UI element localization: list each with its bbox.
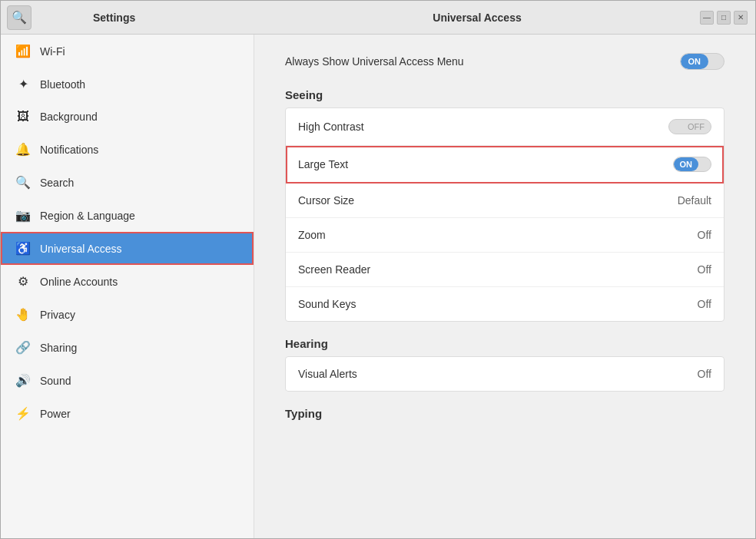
sidebar-item-label: Online Accounts bbox=[40, 276, 118, 288]
online-accounts-icon: ⚙ bbox=[15, 274, 31, 289]
window-title: Universal Access bbox=[433, 12, 521, 24]
sidebar-item-label: Search bbox=[40, 177, 74, 189]
toggle-on-label: ON bbox=[681, 54, 709, 69]
toggle-off-part bbox=[698, 162, 711, 167]
sidebar-item-label: Sound bbox=[40, 375, 71, 387]
zoom-label: Zoom bbox=[298, 229, 326, 241]
maximize-button[interactable]: □ bbox=[717, 11, 731, 25]
screen-reader-value: Off bbox=[698, 263, 711, 276]
main-panel: Always Show Universal Access Menu ON See… bbox=[254, 35, 755, 538]
power-icon: ⚡ bbox=[15, 406, 31, 421]
sidebar-item-label: Wi-Fi bbox=[40, 45, 65, 58]
sidebar-item-sharing[interactable]: 🔗 Sharing bbox=[1, 331, 254, 364]
sidebar-item-label: Notifications bbox=[40, 144, 98, 156]
content-area: 📶 Wi-Fi ✦ Bluetooth 🖼 Background 🔔 Notif… bbox=[1, 35, 755, 538]
high-contrast-toggle[interactable]: OFF bbox=[668, 119, 711, 134]
sound-keys-row[interactable]: Sound Keys Off bbox=[286, 287, 724, 321]
sidebar-item-label: Power bbox=[40, 408, 71, 420]
screen-reader-row[interactable]: Screen Reader Off bbox=[286, 253, 724, 287]
zoom-value: Off bbox=[698, 229, 711, 241]
sidebar: 📶 Wi-Fi ✦ Bluetooth 🖼 Background 🔔 Notif… bbox=[1, 35, 254, 538]
sidebar-item-label: Sharing bbox=[40, 342, 77, 354]
large-text-toggle[interactable]: ON bbox=[673, 157, 712, 172]
sound-keys-label: Sound Keys bbox=[298, 298, 356, 310]
titlebar-left: 🔍 Settings bbox=[1, 5, 254, 30]
sidebar-item-label: Bluetooth bbox=[40, 78, 85, 91]
sidebar-item-sound[interactable]: 🔊 Sound bbox=[1, 364, 254, 397]
sidebar-item-background[interactable]: 🖼 Background bbox=[1, 101, 254, 133]
search-icon: 🔍 bbox=[15, 175, 31, 190]
close-button[interactable]: ✕ bbox=[734, 11, 748, 25]
sound-icon: 🔊 bbox=[15, 373, 31, 388]
titlebar-center: Universal Access bbox=[254, 12, 700, 24]
sidebar-item-privacy[interactable]: 🤚 Privacy bbox=[1, 298, 254, 331]
high-contrast-label: High Contrast bbox=[298, 121, 364, 133]
always-show-toggle[interactable]: ON bbox=[680, 53, 725, 70]
toggle-off-part: OFF bbox=[681, 120, 711, 134]
always-show-label: Always Show Universal Access Menu bbox=[285, 55, 464, 68]
sidebar-item-label: Region & Language bbox=[40, 210, 135, 222]
settings-window: 🔍 Settings Universal Access — □ ✕ 📶 Wi-F… bbox=[0, 0, 756, 539]
cursor-size-label: Cursor Size bbox=[298, 194, 354, 207]
settings-label: Settings bbox=[93, 12, 135, 24]
sidebar-item-region-language[interactable]: 📷 Region & Language bbox=[1, 199, 254, 232]
toggle-on-part: ON bbox=[674, 157, 699, 171]
titlebar: 🔍 Settings Universal Access — □ ✕ bbox=[1, 1, 755, 35]
sidebar-item-search[interactable]: 🔍 Search bbox=[1, 166, 254, 199]
sidebar-item-bluetooth[interactable]: ✦ Bluetooth bbox=[1, 68, 254, 101]
cursor-size-row[interactable]: Cursor Size Default bbox=[286, 184, 724, 218]
sharing-icon: 🔗 bbox=[15, 340, 31, 355]
hearing-group: Visual Alerts Off bbox=[285, 356, 724, 392]
search-button[interactable]: 🔍 bbox=[7, 5, 32, 30]
privacy-icon: 🤚 bbox=[15, 307, 31, 322]
sidebar-item-universal-access[interactable]: ♿ Universal Access bbox=[1, 232, 254, 265]
screen-reader-label: Screen Reader bbox=[298, 263, 370, 276]
background-icon: 🖼 bbox=[15, 110, 31, 124]
sidebar-item-online-accounts[interactable]: ⚙ Online Accounts bbox=[1, 265, 254, 298]
minimize-button[interactable]: — bbox=[700, 11, 714, 25]
visual-alerts-row[interactable]: Visual Alerts Off bbox=[286, 357, 724, 391]
sidebar-item-power[interactable]: ⚡ Power bbox=[1, 397, 254, 430]
typing-section-label: Typing bbox=[285, 407, 724, 420]
sidebar-item-label: Background bbox=[40, 111, 98, 123]
bluetooth-icon: ✦ bbox=[15, 77, 31, 91]
cursor-size-value: Default bbox=[678, 194, 711, 207]
region-icon: 📷 bbox=[15, 208, 31, 223]
sidebar-item-label: Universal Access bbox=[40, 243, 122, 255]
sidebar-item-notifications[interactable]: 🔔 Notifications bbox=[1, 133, 254, 166]
universal-access-icon: ♿ bbox=[15, 241, 31, 256]
high-contrast-row[interactable]: High Contrast OFF bbox=[286, 108, 724, 146]
toggle-on-part bbox=[669, 124, 681, 129]
seeing-group: High Contrast OFF Large Text ON bbox=[285, 107, 724, 322]
sidebar-item-wifi[interactable]: 📶 Wi-Fi bbox=[1, 35, 254, 68]
visual-alerts-value: Off bbox=[698, 368, 711, 380]
sound-keys-value: Off bbox=[698, 298, 711, 310]
visual-alerts-label: Visual Alerts bbox=[298, 368, 357, 380]
notifications-icon: 🔔 bbox=[15, 142, 31, 157]
zoom-row[interactable]: Zoom Off bbox=[286, 218, 724, 253]
wifi-icon: 📶 bbox=[15, 44, 31, 58]
seeing-section-label: Seeing bbox=[285, 88, 724, 101]
large-text-row[interactable]: Large Text ON bbox=[286, 146, 724, 184]
always-show-row: Always Show Universal Access Menu ON bbox=[285, 53, 724, 70]
window-controls: — □ ✕ bbox=[700, 11, 755, 25]
sidebar-item-label: Privacy bbox=[40, 309, 75, 321]
large-text-label: Large Text bbox=[298, 158, 348, 170]
hearing-section-label: Hearing bbox=[285, 337, 724, 350]
toggle-off-label bbox=[708, 58, 724, 64]
